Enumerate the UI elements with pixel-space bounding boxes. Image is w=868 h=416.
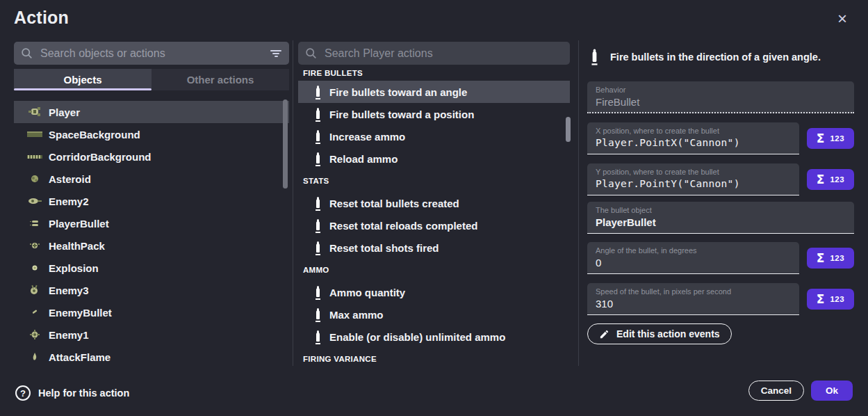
field-label: The bullet object (596, 206, 846, 215)
action-list-item[interactable]: Fire bullets toward a position (298, 103, 570, 125)
action-parameters-panel: Fire bullets in the direction of a given… (587, 40, 854, 344)
explosion-sprite-icon (26, 262, 43, 274)
object-name: PlayerBullet (49, 218, 109, 230)
bullet-icon (316, 132, 320, 141)
numbers-icon: 123 (830, 295, 844, 303)
object-list-item-player[interactable]: Player (14, 101, 289, 123)
bullet-icon (593, 51, 597, 62)
object-list-item-enemybullet[interactable]: EnemyBullet (14, 301, 289, 323)
action-list-item[interactable]: Enable (or disable) unlimited ammo (298, 326, 570, 348)
expression-editor-button[interactable]: Σ 123 (807, 169, 854, 190)
behavior-field: Behavior FireBullet (587, 81, 854, 113)
tab-objects[interactable]: Objects (14, 69, 152, 90)
left-panel-tabs: Objects Other actions (14, 69, 289, 90)
field-value: 310 (596, 296, 791, 311)
object-name: HealthPack (49, 240, 105, 252)
search-input[interactable] (39, 47, 270, 61)
field-label: Speed of the bullet, in pixels per secon… (596, 287, 791, 296)
objects-scrollbar-thumb[interactable] (283, 99, 288, 189)
bullet-icon (316, 333, 320, 342)
action-list-item[interactable]: Fire bullets toward an angle (298, 81, 570, 103)
field-value: PlayerBullet (596, 215, 846, 230)
search-icon (21, 47, 33, 59)
bullet-icon (316, 310, 320, 319)
action-label: Reset total reloads completed (329, 220, 477, 232)
object-name: AttackFlame (49, 351, 110, 363)
search-icon (305, 47, 317, 59)
filter-icon[interactable] (270, 50, 282, 57)
action-list-item[interactable]: Ammo quantity (298, 281, 570, 303)
action-list-item[interactable]: Reset total reloads completed (298, 214, 570, 237)
object-list-item-spacebackground[interactable]: SpaceBackground (14, 123, 289, 145)
field-label: Angle of the bullet, in degrees (596, 246, 791, 255)
object-list-item-playerbullet[interactable]: PlayerBullet (14, 212, 289, 234)
action-list-item[interactable]: Max ammo (298, 303, 570, 326)
speed-field[interactable]: Speed of the bullet, in pixels per secon… (587, 283, 799, 315)
dialog-footer: ? Help for this action Cancel Ok (0, 366, 868, 416)
object-list-item-enemy2[interactable]: Enemy2 (14, 190, 289, 212)
field-label: Y position, where to create the bullet (596, 168, 791, 177)
edit-action-events-button[interactable]: Edit this action events (587, 323, 732, 344)
action-label: Reset total bullets created (329, 198, 459, 209)
enemy1-sprite-icon (26, 328, 43, 341)
object-list-item-attackflame[interactable]: AttackFlame (14, 346, 289, 368)
help-label: Help for this action (38, 387, 129, 399)
sigma-icon: Σ (817, 292, 825, 306)
object-list-item-enemy1[interactable]: Enemy1 (14, 323, 289, 346)
action-list-item[interactable]: Reload ammo (298, 147, 570, 170)
object-list-item-enemy3[interactable]: Enemy3 (14, 279, 289, 301)
ok-button[interactable]: Ok (811, 381, 853, 401)
objects-panel: Objects Other actions Player SpaceBackgr… (14, 40, 289, 368)
objects-search-bar (14, 42, 289, 65)
action-group-header: FIRE BULLETS (298, 65, 570, 81)
action-list-item[interactable]: Increase ammo (298, 125, 570, 147)
bullet-icon (316, 243, 320, 253)
object-name: Explosion (49, 262, 99, 274)
bullet-object-field[interactable]: The bullet object PlayerBullet (587, 202, 854, 234)
object-name: SpaceBackground (49, 129, 140, 141)
actions-scrollbar-thumb[interactable] (566, 117, 571, 142)
y-position-field[interactable]: Y position, where to create the bullet P… (587, 163, 799, 195)
action-label: Fire bullets toward an angle (329, 86, 467, 98)
object-name: Enemy3 (49, 285, 89, 296)
search-input[interactable] (323, 47, 563, 61)
object-name: Player (49, 106, 80, 118)
space-background-sprite-icon (26, 128, 43, 141)
expression-editor-button[interactable]: Σ 123 (807, 248, 854, 269)
expression-editor-button[interactable]: Σ 123 (807, 128, 854, 149)
object-name: CorridorBackground (49, 151, 152, 163)
numbers-icon: 123 (830, 134, 844, 143)
object-list-item-asteroid[interactable]: Asteroid (14, 168, 289, 190)
panel-divider (293, 40, 293, 366)
object-list-item-healthpack[interactable]: HealthPack (14, 234, 289, 257)
action-list-item[interactable]: Reset total bullets created (298, 192, 570, 214)
action-editor-dialog: Action × Objects Other actions Player Sp… (0, 0, 868, 416)
object-list-item-explosion[interactable]: Explosion (14, 257, 289, 279)
panel-divider (578, 40, 579, 366)
tab-other-actions[interactable]: Other actions (152, 69, 289, 90)
object-name: Asteroid (49, 173, 91, 185)
enemy-bullet-sprite-icon (26, 306, 43, 319)
close-icon[interactable]: × (833, 10, 851, 28)
cancel-button[interactable]: Cancel (748, 381, 804, 401)
field-label: X position, where to create the bullet (596, 127, 791, 136)
expression-editor-button[interactable]: Σ 123 (807, 289, 854, 310)
action-label: Ammo quantity (329, 287, 405, 298)
x-position-field[interactable]: X position, where to create the bullet P… (587, 122, 799, 154)
enemy2-sprite-icon (26, 195, 43, 207)
action-list-item[interactable]: Reset total shots fired (298, 237, 570, 259)
action-group-header: STATS (298, 170, 570, 192)
field-value: Player.PointX("Cannon") (596, 136, 791, 150)
corridor-background-sprite-icon (26, 150, 43, 163)
field-label: Behavior (596, 86, 846, 95)
object-name: Enemy2 (49, 195, 89, 207)
object-list-item-corridorbackground[interactable]: CorridorBackground (14, 145, 289, 168)
angle-field[interactable]: Angle of the bullet, in degrees 0 (587, 242, 799, 274)
attack-flame-sprite-icon (26, 351, 43, 363)
pencil-icon (599, 329, 609, 339)
sigma-icon: Σ (817, 173, 825, 186)
help-link[interactable]: ? Help for this action (15, 385, 129, 401)
player-ship-sprite-icon (26, 106, 43, 118)
sigma-icon: Σ (817, 131, 825, 145)
health-pack-sprite-icon (26, 239, 43, 252)
